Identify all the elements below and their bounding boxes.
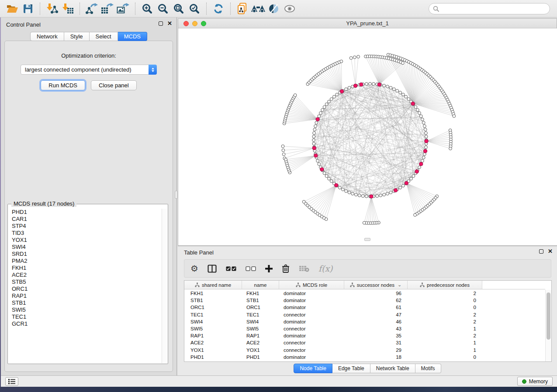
mcds-hub-node[interactable]	[312, 146, 316, 150]
network-node[interactable]	[418, 166, 421, 169]
network-node[interactable]	[416, 109, 419, 112]
network-node[interactable]	[401, 62, 405, 65]
close-panel-icon[interactable]: ✕	[167, 21, 172, 26]
network-node[interactable]	[424, 128, 427, 131]
network-node[interactable]	[340, 60, 343, 63]
network-node[interactable]	[376, 195, 379, 198]
table-row[interactable]: SWI4SWI4dominator462	[184, 318, 545, 325]
search-input[interactable]	[439, 4, 550, 13]
create-column-button[interactable]	[265, 262, 273, 275]
network-node[interactable]	[379, 194, 382, 197]
memory-button[interactable]: Memory	[517, 377, 553, 386]
network-node[interactable]	[425, 135, 428, 138]
unselect-all-columns-button[interactable]	[246, 262, 256, 275]
fit-content-button[interactable]	[171, 1, 187, 16]
export-image-button[interactable]	[115, 1, 131, 16]
delete-column-button[interactable]	[282, 262, 290, 275]
network-node[interactable]	[332, 95, 336, 98]
network-node[interactable]	[314, 125, 317, 128]
network-node[interactable]	[399, 186, 402, 189]
network-node[interactable]	[422, 121, 425, 124]
delete-table-button[interactable]	[299, 262, 309, 275]
mcds-hub-node[interactable]	[320, 168, 324, 171]
float-panel-icon[interactable]	[539, 249, 543, 254]
network-node[interactable]	[321, 109, 324, 112]
mcds-hub-node[interactable]	[411, 102, 415, 105]
horizontal-splitter-handle[interactable]	[364, 238, 370, 241]
show-graphics-details-button[interactable]	[266, 1, 282, 16]
run-mcds-button[interactable]: Run MCDS	[41, 80, 85, 90]
network-node[interactable]	[383, 84, 386, 87]
network-node[interactable]	[410, 177, 413, 180]
network-node[interactable]	[312, 135, 315, 138]
refresh-button[interactable]	[211, 1, 226, 16]
mcds-hub-node[interactable]	[370, 195, 373, 198]
column-header-shared-name[interactable]: shared name	[184, 281, 242, 289]
mcds-hub-node[interactable]	[314, 154, 318, 157]
network-node[interactable]	[342, 188, 345, 191]
mcds-hub-node[interactable]	[419, 162, 423, 166]
network-node[interactable]	[365, 195, 368, 198]
network-node[interactable]	[369, 83, 372, 86]
table-row[interactable]: ACE2ACE2connector311	[184, 339, 545, 346]
table-row[interactable]: YOX1YOX1connector291	[184, 347, 545, 354]
network-node[interactable]	[358, 194, 361, 197]
network-node[interactable]	[336, 93, 339, 96]
network-node[interactable]	[325, 103, 328, 106]
network-node[interactable]	[328, 100, 331, 103]
criterion-select[interactable]: largest connected component (undirected)	[21, 65, 157, 75]
mcds-result-item[interactable]: ACE2	[8, 272, 161, 279]
table-row[interactable]: ORC1ORC1dominator610	[184, 304, 545, 311]
network-node[interactable]	[339, 186, 342, 189]
window-minimize-icon[interactable]	[192, 21, 197, 26]
network-node[interactable]	[363, 221, 366, 224]
network-node[interactable]	[401, 93, 405, 96]
mcds-hub-node[interactable]	[316, 117, 319, 121]
mcds-result-item[interactable]: CAR1	[8, 216, 161, 223]
network-node[interactable]	[357, 55, 360, 58]
mcds-result-item[interactable]: TEC1	[8, 313, 161, 320]
network-node[interactable]	[302, 200, 305, 203]
tab-node-table[interactable]: Node Table	[294, 364, 332, 373]
window-maximize-icon[interactable]	[201, 21, 206, 26]
table-row[interactable]: TEC1TEC1connector472	[184, 311, 545, 318]
export-network-button[interactable]	[84, 1, 100, 16]
mcds-result-item[interactable]: PMA2	[8, 258, 161, 265]
mcds-result-item[interactable]: RAP1	[8, 292, 161, 299]
zoom-in-button[interactable]	[139, 1, 155, 16]
network-node[interactable]	[315, 121, 318, 124]
column-header-name[interactable]: name	[242, 281, 279, 289]
network-node[interactable]	[372, 83, 375, 86]
network-node[interactable]	[423, 153, 426, 156]
network-node[interactable]	[361, 195, 364, 198]
task-history-button[interactable]	[5, 377, 18, 386]
network-node[interactable]	[422, 156, 425, 159]
network-node[interactable]	[312, 139, 315, 142]
table-settings-button[interactable]: ⚙	[190, 262, 198, 275]
network-node[interactable]	[319, 112, 322, 115]
table-row[interactable]: RAP1RAP1dominator352	[184, 332, 545, 339]
open-session-button[interactable]	[4, 1, 20, 16]
mcds-result-item[interactable]: STP4	[8, 223, 161, 230]
export-table-button[interactable]	[100, 1, 115, 16]
mcds-result-item[interactable]: SRD1	[8, 251, 161, 258]
network-node[interactable]	[423, 125, 426, 128]
network-node[interactable]	[399, 91, 402, 94]
mcds-result-item[interactable]: TID3	[8, 230, 161, 237]
network-node[interactable]	[313, 128, 316, 131]
find-button[interactable]	[250, 1, 266, 16]
network-node[interactable]	[353, 56, 356, 59]
table-row[interactable]: FKH1FKH1dominator962	[184, 290, 545, 297]
mcds-result-item[interactable]: FKH1	[8, 265, 161, 272]
zoom-selected-button[interactable]	[187, 1, 202, 16]
tab-select[interactable]: Select	[90, 32, 118, 41]
network-node[interactable]	[453, 115, 456, 118]
network-node[interactable]	[421, 159, 424, 162]
network-node[interactable]	[348, 86, 351, 89]
mcds-result-item[interactable]: STB5	[8, 279, 161, 285]
network-node[interactable]	[389, 191, 392, 194]
network-node[interactable]	[313, 131, 316, 134]
mcds-hub-node[interactable]	[423, 149, 427, 153]
network-node[interactable]	[330, 98, 333, 101]
network-node[interactable]	[386, 192, 389, 195]
